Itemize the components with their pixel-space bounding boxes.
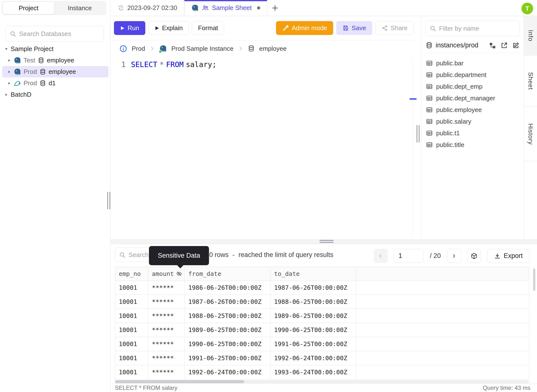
caret-right-icon[interactable] <box>7 59 11 62</box>
tab-sheet[interactable]: Sheet <box>524 55 537 107</box>
admin-mode-button[interactable]: Admin mode <box>276 21 333 35</box>
cell[interactable]: 10001 <box>115 309 148 323</box>
table-row[interactable]: 10001 ****** 1989-06-25T00:00:00Z 1990-0… <box>115 323 529 337</box>
breadcrumb-database[interactable]: employee <box>259 45 287 52</box>
table-row[interactable]: 10001 ****** 1991-06-25T00:00:00Z 1992-0… <box>115 351 529 365</box>
table-list-item[interactable]: public.title <box>421 139 524 151</box>
cell[interactable]: 1989-06-25T00:00:00Z <box>270 309 356 323</box>
external-link-icon[interactable] <box>500 41 509 50</box>
add-sheet-button[interactable] <box>267 0 283 16</box>
column-header[interactable]: amount <box>148 267 185 281</box>
database-search-field[interactable] <box>19 30 100 38</box>
right-panel-resize-handle[interactable] <box>416 125 420 143</box>
cell[interactable]: 1991-06-25T00:00:00Z <box>185 351 270 365</box>
schema-diagram-icon[interactable] <box>488 41 497 50</box>
visualize-button[interactable] <box>467 249 481 263</box>
next-page-button[interactable] <box>447 249 461 263</box>
tree-item-prod-employee[interactable]: Prod employee <box>2 66 108 77</box>
cell[interactable]: ****** <box>148 337 185 351</box>
cell[interactable]: 10001 <box>115 281 148 295</box>
table-list-item[interactable]: public.department <box>421 69 524 81</box>
table-list-item[interactable]: public.t1 <box>421 127 524 139</box>
cell[interactable]: 1987-06-26T00:00:00Z <box>185 295 270 309</box>
cell[interactable]: 10001 <box>115 351 148 365</box>
table-name: public.department <box>436 71 486 79</box>
cell[interactable]: 1988-06-25T00:00:00Z <box>185 309 270 323</box>
horizontal-scrollbar-thumb[interactable] <box>115 380 244 383</box>
cell[interactable]: 1992-06-24T00:00:00Z <box>270 351 356 365</box>
cell[interactable]: 1987-06-26T00:00:00Z <box>270 281 356 295</box>
cell[interactable]: 1989-06-25T00:00:00Z <box>185 323 270 337</box>
column-header[interactable]: emp_no <box>115 267 148 281</box>
cell[interactable]: 10001 <box>115 365 148 379</box>
table-list-item[interactable]: public.dept_manager <box>421 92 524 104</box>
table-row[interactable]: 10001 ****** 1987-06-26T00:00:00Z 1988-0… <box>115 295 529 309</box>
tab-instance[interactable]: Instance <box>54 2 105 14</box>
tree-item-sample-project[interactable]: Sample Project <box>2 43 108 55</box>
table-name: public.dept_manager <box>436 94 495 102</box>
sql-editor[interactable]: 1 SELECT * FROM salary; <box>111 57 412 72</box>
results-resize-handle[interactable] <box>320 240 334 243</box>
breadcrumb-instance[interactable]: Prod Sample Instance <box>171 45 234 52</box>
column-header[interactable]: from_date <box>185 267 270 281</box>
tree-item-test-employee[interactable]: Test employee <box>2 55 108 66</box>
caret-right-icon[interactable] <box>4 93 8 97</box>
table-row[interactable]: 10001 ****** 1992-06-24T00:00:00Z 1993-0… <box>115 365 529 379</box>
tab-history[interactable]: History <box>524 107 537 161</box>
breadcrumb-environment[interactable]: Prod <box>132 45 145 52</box>
cell[interactable]: 1990-06-25T00:00:00Z <box>270 323 356 337</box>
eye-off-icon[interactable] <box>176 271 182 277</box>
tree-item-batchd[interactable]: BatchD <box>2 89 108 100</box>
explain-button[interactable]: Explain <box>148 21 189 35</box>
tree-item-prod-d1[interactable]: Prod d1 <box>2 77 108 89</box>
edit-icon[interactable] <box>511 41 520 50</box>
sheet-tab-unsaved[interactable]: 2023-09-27 02:30 <box>111 0 184 16</box>
share-button[interactable]: Share <box>375 21 414 35</box>
table-list-item[interactable]: public.salary <box>421 116 524 127</box>
cell[interactable]: ****** <box>148 365 185 379</box>
caret-right-icon[interactable] <box>7 81 11 85</box>
cell[interactable]: 10001 <box>115 323 148 337</box>
table-row[interactable]: 10001 ****** 1986-06-26T00:00:00Z 1987-0… <box>115 281 529 295</box>
cell[interactable]: ****** <box>148 281 185 295</box>
export-button[interactable]: Export <box>487 249 529 263</box>
cell[interactable]: 10001 <box>115 337 148 351</box>
database-search-input[interactable] <box>6 26 104 42</box>
cell[interactable]: 10001 <box>115 295 148 309</box>
page-number-input[interactable] <box>394 249 424 263</box>
cell[interactable]: 1991-06-25T00:00:00Z <box>270 337 356 351</box>
tab-info[interactable]: Info <box>524 16 537 55</box>
table-icon <box>426 129 433 137</box>
table-list-item[interactable]: public.employee <box>421 104 524 116</box>
cell[interactable]: 1993-06-24T00:00:00Z <box>270 365 356 379</box>
filter-input[interactable] <box>425 21 520 36</box>
cell[interactable]: 1992-06-24T00:00:00Z <box>185 365 270 379</box>
prev-page-button[interactable] <box>374 249 388 263</box>
column-header[interactable]: to_date <box>270 267 356 281</box>
caret-right-icon[interactable] <box>7 70 11 74</box>
cell[interactable]: ****** <box>148 309 185 323</box>
sheet-tab-active[interactable]: Sample Sheet <box>184 0 267 16</box>
table-row[interactable]: 10001 ****** 1988-06-25T00:00:00Z 1989-0… <box>115 309 529 323</box>
table-list-item[interactable]: public.bar <box>421 57 524 69</box>
table-list-item[interactable]: public.dept_emp <box>421 81 524 92</box>
cell[interactable]: ****** <box>148 323 185 337</box>
table-row[interactable]: 10001 ****** 1990-06-25T00:00:00Z 1991-0… <box>115 337 529 351</box>
vertical-scrollbar-thumb[interactable] <box>533 268 535 291</box>
cell[interactable]: ****** <box>148 351 185 365</box>
cell[interactable]: 1988-06-25T00:00:00Z <box>270 295 356 309</box>
user-avatar[interactable]: T <box>521 3 533 14</box>
results-split-strip[interactable] <box>111 239 537 244</box>
caret-down-icon[interactable] <box>4 47 8 51</box>
run-button[interactable]: Run <box>114 21 145 35</box>
horizontal-scrollbar[interactable] <box>115 380 529 383</box>
info-icon[interactable] <box>119 45 127 53</box>
filter-field[interactable] <box>439 25 516 32</box>
tab-project[interactable]: Project <box>3 2 54 14</box>
cell[interactable]: ****** <box>148 295 185 309</box>
save-button[interactable]: Save <box>336 21 372 35</box>
sidebar-resize-handle[interactable] <box>107 192 110 209</box>
cell[interactable]: 1990-06-25T00:00:00Z <box>185 337 270 351</box>
format-button[interactable]: Format <box>192 21 224 35</box>
cell[interactable]: 1986-06-26T00:00:00Z <box>185 281 270 295</box>
